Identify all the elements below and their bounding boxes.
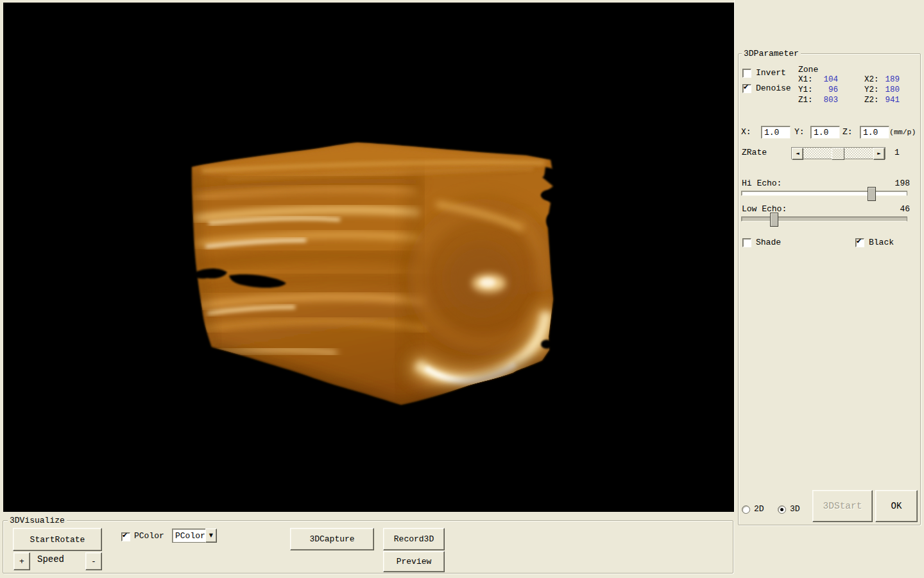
zone-z2-value: 941 bbox=[874, 96, 900, 105]
render-viewport[interactable] bbox=[3, 3, 734, 512]
x-scale-input[interactable]: 1.0 bbox=[761, 126, 791, 139]
low-echo-slider-thumb[interactable] bbox=[770, 213, 778, 227]
scroll-left-icon: ◄ bbox=[796, 152, 799, 156]
zrate-label: ZRate bbox=[742, 148, 767, 157]
volume-render-3d bbox=[3, 3, 734, 512]
low-echo-value: 46 bbox=[884, 204, 910, 214]
hi-echo-value: 198 bbox=[884, 179, 910, 188]
speed-minus-button[interactable]: - bbox=[85, 552, 102, 570]
zrate-scrollbar[interactable]: ◄ ► bbox=[791, 147, 886, 159]
denoise-label: Denoise bbox=[756, 83, 791, 93]
pcolor-dropdown-value: PColor bbox=[172, 529, 205, 543]
zone-y1-value: 96 bbox=[812, 85, 838, 95]
zrate-scroll-right-button[interactable]: ► bbox=[873, 148, 885, 160]
record-3d-button[interactable]: Record3D bbox=[383, 528, 445, 550]
mode-3d-label: 3D bbox=[790, 504, 800, 514]
start-rotate-button[interactable]: StartRotate bbox=[13, 528, 102, 551]
invert-label: Invert bbox=[756, 68, 786, 78]
mode-2d-label: 2D bbox=[754, 504, 764, 514]
hi-echo-slider-track[interactable] bbox=[741, 191, 907, 196]
mode-2d-radio[interactable] bbox=[742, 505, 750, 514]
capture-3d-button[interactable]: 3DCapture bbox=[290, 528, 374, 550]
visualize-group-title: 3DVisualize bbox=[8, 516, 67, 525]
zone-x2-value: 189 bbox=[874, 75, 900, 85]
y-scale-input[interactable]: 1.0 bbox=[810, 126, 840, 139]
shade-label: Shade bbox=[756, 238, 781, 247]
zone-y1-label: Y1: bbox=[798, 85, 813, 95]
zone-x1-value: 104 bbox=[812, 75, 838, 85]
y-scale-label: Y: bbox=[794, 127, 805, 137]
low-echo-label: Low Echo: bbox=[742, 204, 787, 214]
z-scale-label: Z: bbox=[843, 127, 853, 137]
pcolor-dropdown[interactable]: PColor ▼ bbox=[172, 529, 217, 543]
scroll-right-icon: ► bbox=[877, 152, 880, 156]
pcolor-checkbox[interactable]: ✔ bbox=[121, 532, 130, 541]
zrate-value: 1 bbox=[894, 148, 900, 157]
shade-checkbox[interactable] bbox=[742, 238, 751, 247]
invert-checkbox[interactable] bbox=[742, 69, 751, 78]
mode-3d-radio[interactable] bbox=[778, 505, 786, 514]
hi-echo-slider-thumb[interactable] bbox=[868, 187, 876, 201]
x-scale-label: X: bbox=[741, 127, 751, 137]
zone-z1-value: 803 bbox=[812, 96, 838, 105]
ok-button[interactable]: OK bbox=[875, 490, 918, 522]
zone-label: Zone bbox=[798, 65, 818, 74]
zone-z1-label: Z1: bbox=[798, 96, 813, 105]
zrate-scroll-left-button[interactable]: ◄ bbox=[792, 148, 803, 160]
parameter-groupbox bbox=[738, 53, 921, 525]
z-scale-input[interactable]: 1.0 bbox=[860, 126, 889, 139]
app-window: 3DParameter Invert ✔ Denoise Zone X1: 10… bbox=[0, 0, 924, 578]
black-label: Black bbox=[869, 238, 894, 247]
checkmark-icon: ✔ bbox=[856, 237, 862, 246]
pcolor-dropdown-button[interactable]: ▼ bbox=[205, 529, 217, 543]
zone-x1-label: X1: bbox=[798, 75, 813, 85]
speed-label: Speed bbox=[37, 555, 64, 565]
scale-unit-label: (mm/p) bbox=[889, 127, 916, 137]
checkmark-icon: ✔ bbox=[743, 83, 749, 92]
parameter-group-title: 3DParameter bbox=[742, 49, 801, 58]
speed-plus-button[interactable]: + bbox=[13, 552, 30, 570]
zone-y2-value: 180 bbox=[874, 85, 900, 95]
pcolor-label: PColor bbox=[134, 531, 164, 541]
preview-button[interactable]: Preview bbox=[383, 551, 445, 572]
start-3d-button[interactable]: 3DStart bbox=[812, 490, 873, 522]
black-checkbox[interactable]: ✔ bbox=[855, 238, 864, 247]
checkmark-icon: ✔ bbox=[122, 531, 128, 540]
chevron-down-icon: ▼ bbox=[209, 533, 213, 538]
low-echo-slider-track[interactable] bbox=[741, 216, 907, 222]
zrate-scroll-thumb[interactable] bbox=[832, 148, 844, 160]
hi-echo-label: Hi Echo: bbox=[742, 179, 782, 188]
denoise-checkbox[interactable]: ✔ bbox=[742, 84, 751, 93]
